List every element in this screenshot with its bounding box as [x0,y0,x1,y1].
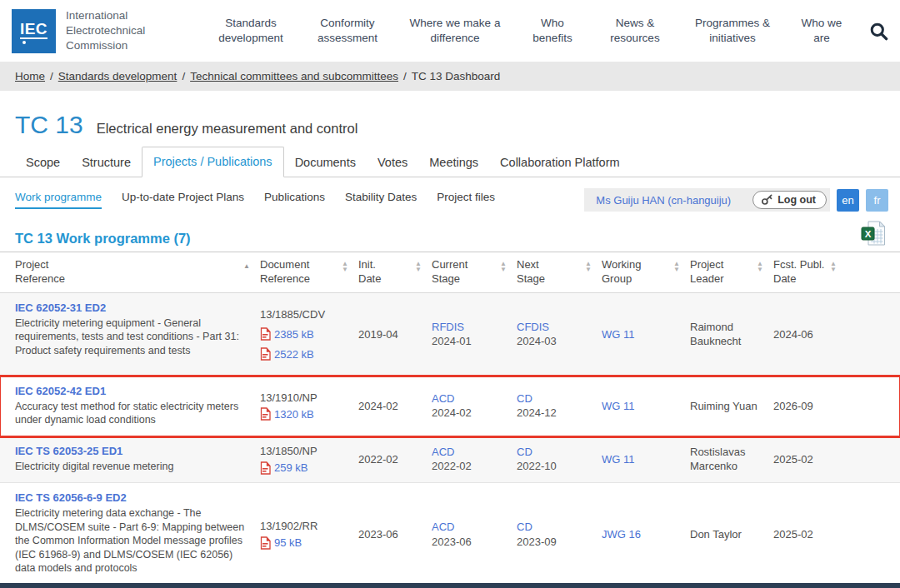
pdf-file-link[interactable]: 2522 kB [260,347,348,361]
org-name: International Electrotechnical Commissio… [66,8,170,52]
col-next-stage[interactable]: NextStage ▲▼ [517,252,602,292]
breadcrumb-technical-committees[interactable]: Technical committees and subcommittees [190,70,398,82]
sort-icons[interactable]: ▲▼ [830,258,837,272]
project-link[interactable]: IEC 62052-42 ED1 [15,384,250,398]
tab-structure[interactable]: Structure [71,148,142,177]
table-header-row: ProjectReference ▲ DocumentReference ▲▼ … [0,252,900,293]
pdf-icon [260,461,271,475]
work-programme-table: ProjectReference ▲ DocumentReference ▲▼ … [0,252,900,586]
section-title: TC 13 Work programme (7) [15,231,191,247]
user-bar: Ms Guiju HAN (cn-hanguiju) Log out [584,188,830,212]
sort-icons[interactable]: ▲▼ [673,258,680,272]
nav-standards-development[interactable]: Standards development [212,16,289,46]
logout-button[interactable]: Log out [752,191,827,209]
fcst-publ-date-cell: 2026-09 [773,376,847,436]
nav-who-we-are[interactable]: Who we are [796,16,848,46]
tab-meetings[interactable]: Meetings [418,148,489,177]
tab-projects-publications[interactable]: Projects / Publications [142,147,284,177]
init-date-cell: 2022-02 [358,436,432,482]
sort-icons[interactable]: ▲▼ [500,258,507,272]
lang-en-button[interactable]: en [837,189,859,212]
nav-news-resources[interactable]: News & resources [601,16,669,46]
stage-link[interactable]: CD [517,391,592,406]
site-header: IEC International Electrotechnical Commi… [0,0,900,62]
working-group-link[interactable]: WG 11 [602,452,680,466]
stage-link[interactable]: ACD [432,445,507,459]
document-reference: 13/1885/CDV [260,307,348,321]
sort-asc-icon[interactable]: ▲ [243,258,250,269]
subtab-up-to-date-project-plans[interactable]: Up-to-date Project Plans [122,191,244,209]
document-reference: 13/1850/NP [260,444,348,458]
current-stage-cell: RFDIS 2024-01 [432,293,517,376]
stage-link[interactable]: CFDIS [517,320,592,334]
subtab-work-programme[interactable]: Work programme [15,191,102,209]
breadcrumb-separator: / [182,70,185,82]
section-row: TC 13 Work programme (7) X [0,212,900,250]
document-reference: 13/1902/RR [260,519,348,533]
nav-who-benefits[interactable]: Who benefits [527,16,578,46]
project-leader-cell: Ruiming Yuan [690,376,773,436]
init-date-cell: 2023-06 [358,483,432,586]
stage-link[interactable]: ACD [432,520,507,534]
sort-icons[interactable]: ▲▼ [415,258,422,272]
init-date-cell: 2024-02 [358,376,432,436]
subnav-row: Work programme Up-to-date Project Plans … [0,188,900,212]
pdf-file-link[interactable]: 95 kB [260,536,348,550]
tab-collaboration-platform[interactable]: Collaboration Platform [489,148,630,177]
breadcrumb-home[interactable]: Home [15,70,45,82]
project-link[interactable]: IEC TS 62053-25 ED1 [15,444,250,458]
table-row-highlighted: IEC 62052-42 ED1 Accuracy test method fo… [0,376,900,436]
project-link[interactable]: IEC TS 62056-6-9 ED2 [15,491,250,505]
lang-fr-button[interactable]: fr [866,189,888,212]
project-link[interactable]: IEC 62052-31 ED2 [15,301,250,315]
sort-icons[interactable]: ▲▼ [342,258,348,272]
tab-documents[interactable]: Documents [284,148,367,177]
working-group-link[interactable]: WG 11 [602,399,680,413]
stage-link[interactable]: ACD [432,391,507,406]
nav-programmes-initiatives[interactable]: Programmes & initiatives [692,16,773,46]
col-project-leader[interactable]: ProjectLeader ▲▼ [690,252,773,292]
excel-export-icon[interactable]: X [861,220,887,247]
fcst-publ-date-cell: 2025-02 [773,483,847,586]
tab-votes[interactable]: Votes [367,148,418,177]
working-group-link[interactable]: JWG 16 [602,527,680,541]
stage-link[interactable]: RFDIS [432,320,507,334]
document-reference: 13/1910/NP [260,391,348,405]
col-current-stage[interactable]: CurrentStage ▲▼ [432,252,517,292]
pdf-file-link[interactable]: 259 kB [260,461,348,475]
col-fcst-publ-date[interactable]: Fcst. Publ.Date ▲▼ [773,252,847,292]
sort-icons[interactable]: ▲▼ [757,258,763,272]
init-date-cell: 2019-04 [358,293,432,376]
document-reference-cell: 13/1902/RR 95 kB [260,483,358,586]
search-icon[interactable] [869,22,888,41]
sort-icons[interactable]: ▲▼ [585,258,592,272]
iec-logo[interactable]: IEC [12,9,56,53]
stage-link[interactable]: CD [517,520,592,534]
page-bottom-bar [0,583,900,588]
nav-where-we-make-a-difference[interactable]: Where we make a difference [406,16,504,46]
subtab-project-files[interactable]: Project files [437,191,495,209]
col-init-date[interactable]: Init.Date ▲▼ [358,252,432,292]
subtab-publications[interactable]: Publications [264,191,325,209]
col-project-reference[interactable]: ProjectReference ▲ [0,252,260,292]
subtab-stability-dates[interactable]: Stability Dates [345,191,417,209]
pdf-file-link[interactable]: 2385 kB [260,327,348,341]
stage-link[interactable]: CD [517,445,592,459]
tab-scope[interactable]: Scope [15,148,71,177]
col-document-reference[interactable]: DocumentReference ▲▼ [260,252,358,292]
pdf-icon [260,407,271,421]
nav-conformity-assessment[interactable]: Conformity assessment [312,16,383,46]
pdf-file-link[interactable]: 1320 kB [260,407,348,421]
pdf-icon [260,347,271,361]
working-group-link[interactable]: WG 11 [602,327,680,341]
committee-code: TC 13 [15,111,83,139]
document-reference-cell: 13/1850/NP 259 kB [260,436,358,482]
user-name-link[interactable]: Ms Guiju HAN (cn-hanguiju) [596,194,731,207]
current-stage-cell: ACD 2023-06 [432,483,517,586]
breadcrumb-standards-development[interactable]: Standards development [58,70,178,82]
col-working-group[interactable]: WorkingGroup ▲▼ [602,252,690,292]
project-leader-cell: Don Taylor [690,483,773,586]
breadcrumb-separator: / [50,70,53,82]
svg-text:X: X [865,229,872,239]
project-title: Electricity metering data exchange - The… [15,506,250,576]
